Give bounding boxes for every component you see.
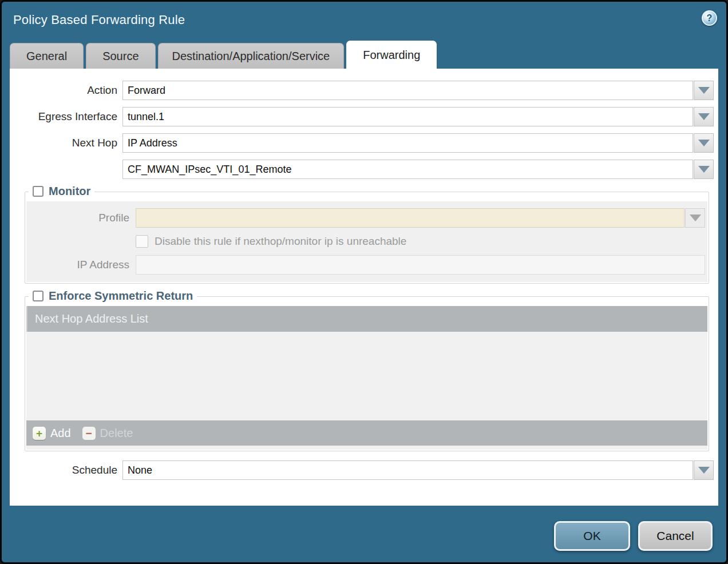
help-icon[interactable]: ? (702, 10, 717, 26)
content-panel: Action Forward Egress Interface tunnel.1… (10, 69, 718, 506)
chevron-down-icon (698, 140, 710, 146)
ok-button[interactable]: OK (554, 521, 630, 551)
chevron-down-icon (698, 113, 710, 120)
monitor-legend-label: Monitor (49, 185, 90, 198)
action-dropdown[interactable]: Forward (122, 81, 693, 100)
next-hop-label: Next Hop (10, 137, 122, 149)
next-hop-address-dropdown[interactable]: CF_MWAN_IPsec_VTI_01_Remote (122, 160, 693, 179)
profile-row: Profile (26, 208, 705, 228)
egress-interface-dropdown[interactable]: tunnel.1 (122, 107, 693, 126)
chevron-down-icon (698, 166, 710, 173)
egress-interface-dropdown-button[interactable] (694, 107, 714, 126)
chevron-down-icon (690, 215, 701, 221)
monitor-ip-address-row: IP Address (26, 255, 705, 275)
page-title: Policy Based Forwarding Rule (13, 13, 185, 27)
tab-destination-application-service[interactable]: Destination/Application/Service (158, 43, 345, 69)
delete-button: − Delete (82, 427, 133, 440)
tab-bar: General Source Destination/Application/S… (2, 41, 726, 69)
next-hop-type-dropdown-button[interactable] (694, 133, 714, 153)
next-hop-type-dropdown[interactable]: IP Address (122, 133, 693, 153)
next-hop-address-list-header: Next Hop Address List (26, 306, 707, 332)
disable-rule-checkbox (136, 235, 148, 248)
tab-general[interactable]: General (10, 43, 84, 69)
egress-interface-label: Egress Interface (10, 110, 122, 123)
monitor-checkbox[interactable] (33, 186, 43, 197)
plus-icon: + (33, 427, 46, 440)
action-row: Action Forward (10, 81, 718, 100)
profile-label: Profile (26, 212, 136, 224)
next-hop-address-list-body[interactable] (26, 332, 707, 420)
add-button-label: Add (50, 427, 71, 440)
action-dropdown-button[interactable] (694, 81, 714, 100)
egress-interface-row: Egress Interface tunnel.1 (10, 107, 718, 126)
chevron-down-icon (698, 87, 710, 94)
disable-rule-label: Disable this rule if nexthop/monitor ip … (155, 235, 406, 248)
next-hop-address-table: Next Hop Address List + Add − Delete (26, 306, 707, 450)
next-hop-address-dropdown-button[interactable] (694, 160, 714, 179)
symmetric-return-legend: Enforce Symmetric Return (29, 289, 197, 303)
action-label: Action (10, 84, 122, 97)
chevron-down-icon (698, 467, 710, 474)
profile-dropdown (136, 208, 685, 228)
next-hop-address-row: CF_MWAN_IPsec_VTI_01_Remote (10, 160, 718, 179)
symmetric-return-section: Enforce Symmetric Return Next Hop Addres… (25, 296, 709, 451)
tab-source[interactable]: Source (86, 43, 155, 69)
symmetric-return-checkbox[interactable] (33, 291, 43, 301)
monitor-ip-address-input (136, 255, 705, 275)
disable-rule-row: Disable this rule if nexthop/monitor ip … (136, 235, 705, 248)
schedule-label: Schedule (10, 464, 122, 476)
profile-dropdown-button (685, 208, 705, 228)
schedule-dropdown[interactable]: None (122, 460, 693, 480)
cancel-button[interactable]: Cancel (638, 521, 713, 551)
monitor-legend: Monitor (29, 185, 94, 198)
monitor-section: Monitor Profile Disable this rule if nex… (25, 192, 709, 284)
schedule-row: Schedule None (10, 460, 718, 480)
next-hop-row: Next Hop IP Address (10, 133, 718, 153)
add-button[interactable]: + Add (33, 427, 71, 440)
monitor-ip-address-label: IP Address (26, 259, 136, 271)
title-bar: Policy Based Forwarding Rule ? (2, 2, 726, 41)
delete-button-label: Delete (100, 427, 133, 440)
monitor-panel: Profile Disable this rule if nexthop/mon… (26, 201, 707, 282)
tab-forwarding[interactable]: Forwarding (346, 41, 437, 69)
minus-icon: − (82, 427, 96, 440)
next-hop-address-list-footer: + Add − Delete (26, 420, 707, 446)
symmetric-return-legend-label: Enforce Symmetric Return (49, 289, 193, 303)
schedule-dropdown-button[interactable] (694, 460, 714, 480)
policy-based-forwarding-dialog: Policy Based Forwarding Rule ? General S… (0, 0, 728, 564)
